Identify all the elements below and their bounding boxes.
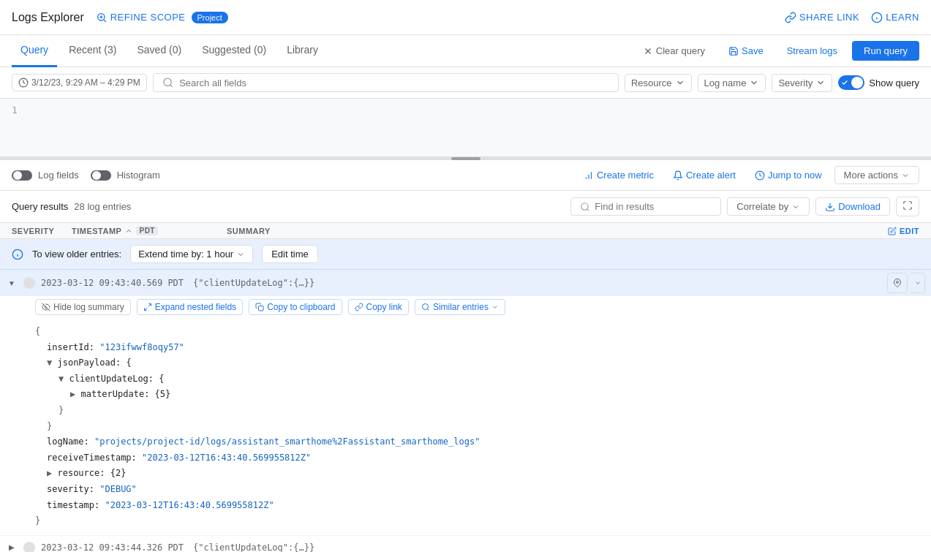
expand-full-screen-button[interactable] xyxy=(896,197,919,216)
edit-columns-button[interactable]: EDIT xyxy=(888,227,919,235)
hide-log-summary-button[interactable]: Hide log summary xyxy=(35,299,131,315)
search-box[interactable] xyxy=(153,73,619,92)
similar-entries-icon xyxy=(421,303,430,311)
histogram-toggle[interactable]: Histogram xyxy=(91,170,160,181)
share-link-button[interactable]: SHARE LINK xyxy=(785,12,859,23)
tab-library[interactable]: Library xyxy=(278,35,327,67)
find-results-input[interactable] xyxy=(595,201,712,212)
search-icon xyxy=(162,77,173,88)
resource-filter[interactable]: Resource xyxy=(625,74,692,92)
histogram-label: Histogram xyxy=(117,170,160,181)
find-in-results[interactable] xyxy=(570,197,721,216)
create-metric-button[interactable]: Create metric xyxy=(577,166,660,184)
header-right: SHARE LINK LEARN xyxy=(785,12,919,23)
similar-entries-button[interactable]: Similar entries xyxy=(415,299,505,315)
clock-icon xyxy=(18,77,29,88)
edit-time-button[interactable]: Edit time xyxy=(262,245,318,263)
expand-nested-label: Expand nested fields xyxy=(155,302,236,312)
chevron-right[interactable]: ▶ xyxy=(6,543,18,551)
log-name-filter[interactable]: Log name xyxy=(698,74,766,92)
chevron-down-icon4 xyxy=(901,171,910,180)
chevron-down-icon3 xyxy=(815,77,826,88)
download-label: Download xyxy=(838,201,881,212)
line-number: 1 xyxy=(12,105,18,116)
clipboard-icon xyxy=(255,303,264,311)
log-row: ▼ 2023-03-12 09:43:40.569 PDT {"clientUp… xyxy=(0,270,931,536)
share-link-icon xyxy=(785,12,796,23)
time-range-picker[interactable]: 3/12/23, 9:29 AM – 4:29 PM xyxy=(12,74,147,91)
sort-asc-icon xyxy=(124,227,133,235)
correlate-chevron-icon xyxy=(791,203,800,211)
tab-saved[interactable]: Saved (0) xyxy=(128,35,190,67)
tab-suggested[interactable]: Suggested (0) xyxy=(193,35,275,67)
notify-text: To view older entries: xyxy=(32,249,121,260)
viz-right-actions: Create metric Create alert Jump to now M… xyxy=(577,166,919,184)
info-icon xyxy=(12,249,23,260)
field-receiveTimestamp: receiveTimestamp: "2023-03-12T16:43:40.5… xyxy=(35,450,919,466)
log-row: ▶ 2023-03-12 09:43:44.326 PDT {"clientUp… xyxy=(0,536,931,552)
clear-query-button[interactable]: Clear query xyxy=(634,41,714,61)
svg-point-9 xyxy=(581,203,588,209)
pin-button[interactable] xyxy=(887,273,908,293)
correlate-button[interactable]: Correlate by xyxy=(727,197,810,216)
resource-label: Resource xyxy=(631,77,672,88)
more-actions-button[interactable]: More actions xyxy=(834,166,919,184)
jump-to-now-icon xyxy=(755,170,765,181)
field-logName: logName: "projects/project-id/logs/assis… xyxy=(35,434,919,450)
severity-dot-debug xyxy=(23,277,35,289)
show-query-toggle[interactable]: Show query xyxy=(838,75,919,90)
refine-scope-button[interactable]: REFINE SCOPE xyxy=(96,12,186,23)
log-row-header[interactable]: ▶ 2023-03-12 09:43:44.326 PDT {"clientUp… xyxy=(0,536,931,552)
similar-entries-label: Similar entries xyxy=(433,302,489,312)
log-row-header[interactable]: ▼ 2023-03-12 09:43:40.569 PDT {"clientUp… xyxy=(0,270,931,296)
extend-dropdown-icon xyxy=(236,250,245,259)
col-header-severity: SEVERITY xyxy=(12,227,63,235)
save-icon xyxy=(728,46,739,56)
viz-toolbar: Log fields Histogram Create metric Creat… xyxy=(0,160,931,191)
copy-link-button[interactable]: Copy link xyxy=(348,299,409,315)
pin-dropdown-button[interactable] xyxy=(911,273,925,293)
correlate-label: Correlate by xyxy=(736,201,788,212)
notify-bar: To view older entries: Extend time by: 1… xyxy=(0,239,931,270)
field-jsonPayload-close: } xyxy=(35,403,919,419)
hide-log-summary-label: Hide log summary xyxy=(53,302,124,312)
run-query-button[interactable]: Run query xyxy=(852,41,919,61)
create-alert-button[interactable]: Create alert xyxy=(666,166,742,184)
learn-button[interactable]: LEARN xyxy=(871,12,919,23)
log-timestamp: 2023-03-12 09:43:44.326 PDT xyxy=(41,542,187,552)
chevron-down[interactable]: ▼ xyxy=(6,279,18,287)
svg-line-10 xyxy=(587,208,589,211)
search-input[interactable] xyxy=(179,77,609,88)
expand-icon xyxy=(902,200,913,211)
tab-query[interactable]: Query xyxy=(12,35,57,67)
svg-line-17 xyxy=(148,304,151,307)
log-fields-label: Log fields xyxy=(38,170,79,181)
edit-label: EDIT xyxy=(900,227,919,235)
tab-recent[interactable]: Recent (3) xyxy=(60,35,125,67)
log-fields-toggle[interactable]: Log fields xyxy=(12,170,79,181)
extend-time-button[interactable]: Extend time by: 1 hour xyxy=(130,245,253,263)
field-clientUpdateLog-label: ▼ clientUpdateLog: { xyxy=(35,371,919,387)
jump-to-now-label: Jump to now xyxy=(768,170,822,181)
results-count: 28 log entries xyxy=(74,201,131,212)
save-button[interactable]: Save xyxy=(720,41,772,61)
severity-filter[interactable]: Severity xyxy=(772,74,832,92)
expand-nested-fields-button[interactable]: Expand nested fields xyxy=(137,299,243,315)
jump-to-now-button[interactable]: Jump to now xyxy=(748,166,829,184)
create-metric-label: Create metric xyxy=(597,170,654,181)
copy-to-clipboard-button[interactable]: Copy to clipboard xyxy=(249,299,342,315)
query-editor[interactable]: 1 xyxy=(0,99,931,157)
svg-point-6 xyxy=(164,78,171,86)
pin-area xyxy=(887,273,925,293)
toggle-check-icon xyxy=(841,79,848,86)
log-fields-toggle-switch[interactable] xyxy=(12,170,32,181)
metric-icon xyxy=(584,170,594,181)
download-button[interactable]: Download xyxy=(815,197,890,216)
histogram-toggle-switch[interactable] xyxy=(91,170,111,181)
filter-bar: 3/12/23, 9:29 AM – 4:29 PM Resource Log … xyxy=(0,67,931,99)
toggle-slider[interactable] xyxy=(838,75,864,90)
divider-handle xyxy=(451,157,480,160)
more-actions-label: More actions xyxy=(844,170,898,181)
app-title: Logs Explorer xyxy=(12,11,84,24)
stream-logs-button[interactable]: Stream logs xyxy=(778,41,846,61)
